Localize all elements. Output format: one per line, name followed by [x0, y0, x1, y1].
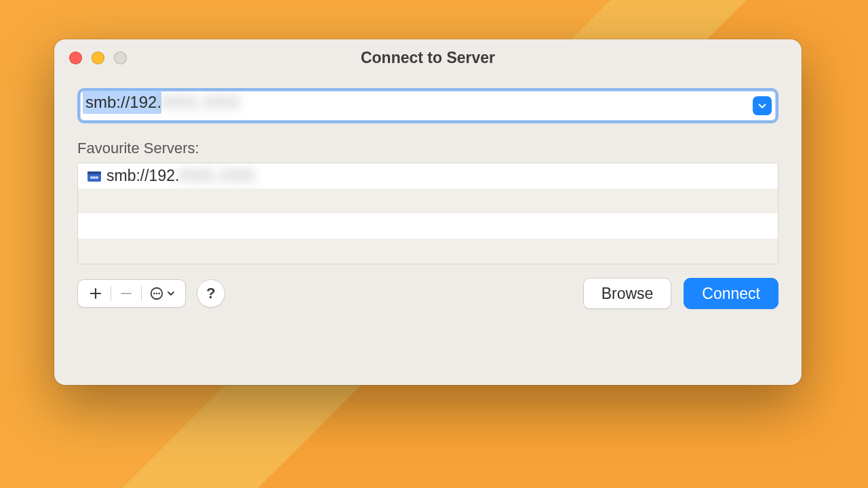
- svg-point-8: [158, 293, 160, 295]
- favourite-servers-list[interactable]: smb://192.XXX.XXX: [77, 163, 778, 264]
- plus-icon: [89, 287, 102, 300]
- window-title: Connect to Server: [361, 49, 495, 67]
- help-button[interactable]: ?: [197, 279, 225, 308]
- svg-rect-1: [87, 171, 101, 174]
- zoom-window-button[interactable]: [114, 52, 127, 64]
- add-favourite-button[interactable]: [82, 280, 109, 307]
- address-history-dropdown[interactable]: [753, 96, 772, 115]
- list-row-empty: [78, 214, 778, 239]
- chevron-down-icon: [757, 101, 767, 110]
- chevron-down-icon: [167, 289, 175, 298]
- favourite-server-row[interactable]: smb://192.XXX.XXX: [78, 163, 778, 188]
- connect-button[interactable]: Connect: [684, 278, 778, 309]
- network-server-icon: [86, 168, 102, 184]
- desktop-background: Connect to Server smb://192.XXX.XXX Favo…: [0, 0, 868, 488]
- separator: [141, 286, 142, 301]
- connect-button-label: Connect: [702, 285, 760, 303]
- svg-point-6: [153, 293, 155, 295]
- browse-button[interactable]: Browse: [583, 278, 672, 309]
- minimize-window-button[interactable]: [92, 52, 104, 64]
- close-window-button[interactable]: [69, 52, 82, 64]
- remove-favourite-button[interactable]: [113, 280, 140, 307]
- bottom-toolbar: ? Browse Connect: [77, 278, 778, 309]
- favourite-server-visible-text: smb://192.: [106, 167, 179, 185]
- actions-menu-button[interactable]: [143, 280, 181, 307]
- browse-button-label: Browse: [601, 285, 654, 303]
- list-row-empty: [78, 188, 778, 214]
- help-button-label: ?: [206, 285, 215, 302]
- address-obscured-text: XXX.XXX: [161, 93, 241, 112]
- separator: [111, 286, 111, 301]
- list-edit-controls: [77, 279, 186, 308]
- svg-point-7: [156, 293, 158, 295]
- server-address-input[interactable]: smb://192.XXX.XXX: [80, 91, 753, 121]
- connect-to-server-window: Connect to Server smb://192.XXX.XXX Favo…: [54, 39, 802, 385]
- favourite-servers-label: Favourite Servers:: [77, 140, 778, 157]
- svg-point-2: [90, 176, 93, 179]
- titlebar: Connect to Server: [54, 39, 802, 76]
- svg-point-4: [96, 176, 98, 179]
- address-visible-text: smb://192.: [83, 91, 161, 114]
- server-address-field[interactable]: smb://192.XXX.XXX: [77, 88, 778, 123]
- list-row-empty: [78, 239, 778, 264]
- window-content: smb://192.XXX.XXX Favourite Servers:: [54, 76, 802, 385]
- svg-point-3: [93, 176, 96, 179]
- ellipsis-circle-icon: [149, 286, 164, 301]
- window-controls: [69, 52, 127, 64]
- minus-icon: [119, 287, 133, 300]
- favourite-server-obscured-text: XXX.XXX: [179, 167, 255, 185]
